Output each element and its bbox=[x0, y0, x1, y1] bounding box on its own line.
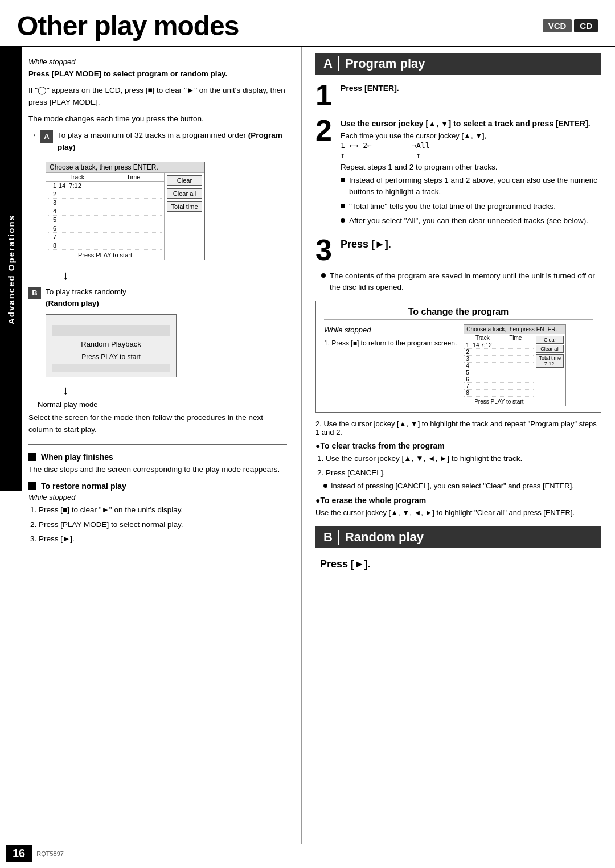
bullet-2-text: "Total time" tells you the total time of… bbox=[349, 201, 556, 212]
arrow-down-b: ↓ bbox=[63, 383, 287, 398]
press-play-mode-text: Press [PLAY MODE] to select program or r… bbox=[28, 68, 287, 80]
repeat-steps-text: Repeat steps 1 and 2 to program other tr… bbox=[341, 163, 601, 171]
table-row: 3 bbox=[464, 356, 534, 363]
list-item: Press [►]. bbox=[39, 533, 287, 545]
table-row: 2 bbox=[464, 349, 534, 356]
cd-badge: CD bbox=[574, 19, 598, 32]
step2b-content: Use the cursor jockey [▲, ▼] to highligh… bbox=[315, 419, 597, 437]
while-stopped-label: While stopped bbox=[28, 57, 287, 66]
mini-right-col: Clear Clear all Total time 7:12. bbox=[534, 334, 565, 406]
normal-play-line bbox=[33, 404, 38, 405]
mode-a-letter: A bbox=[40, 130, 53, 143]
bullet-3: After you select "All", you can then cle… bbox=[341, 215, 601, 227]
press-play-label: Press PLAY to start bbox=[46, 250, 164, 260]
each-time-text: Each time you use the cursor jockey [▲, … bbox=[341, 131, 601, 140]
footer-code: RQT5897 bbox=[36, 850, 64, 857]
when-play-finishes-label: When play finishes bbox=[41, 452, 113, 462]
mode-changes-text: The mode changes each time you press the… bbox=[28, 113, 287, 125]
bullet-dot-2 bbox=[341, 204, 345, 208]
restore-normal-label: To restore normal play bbox=[41, 482, 126, 491]
restore-steps-list: Press [■] to clear "►" on the unit's dis… bbox=[28, 504, 287, 545]
mini-col-track: Track bbox=[466, 335, 499, 341]
step-1-content: Press [ENTER]. bbox=[341, 80, 601, 93]
clear-tracks-bullet: Instead of pressing [CANCEL], you can se… bbox=[323, 482, 601, 490]
list-item: Press [CANCEL]. bbox=[326, 467, 601, 479]
random-box: Random Playback Press PLAY to start bbox=[46, 314, 177, 377]
track-table-header: Choose a track, then press ENTER. bbox=[46, 162, 204, 173]
section-b: B Random play Press [►]. bbox=[315, 526, 601, 570]
mini-total-time-button[interactable]: Total time 7:12. bbox=[536, 354, 564, 368]
mini-left-col: Track Time 114 7:12 2 3 4 5 6 bbox=[464, 334, 534, 406]
mini-clear-button[interactable]: Clear bbox=[536, 336, 564, 344]
arrow-down-a: ↓ bbox=[63, 268, 287, 283]
bullet-2: "Total time" tells you the total time of… bbox=[341, 201, 601, 212]
diagram-line-1: 1 ←→ 2← - - - - →All bbox=[341, 141, 601, 150]
step-1-number: 1 bbox=[315, 80, 337, 110]
mode-a-text: To play a maximum of 32 tracks in a prog… bbox=[58, 130, 287, 154]
table-row: 114 7:12 bbox=[48, 182, 162, 190]
mode-b-bold: (Random play) bbox=[46, 299, 99, 307]
step-2-text: Use the cursor jockey [▲, ▼] to select a… bbox=[341, 119, 591, 128]
clear-all-button[interactable]: Clear all bbox=[167, 188, 202, 199]
clear-tracks-section: ●To clear tracks from the program Use th… bbox=[315, 441, 601, 490]
square-icon bbox=[28, 453, 36, 461]
table-row: 7 bbox=[464, 383, 534, 390]
list-item: Press [■] to clear "►" on the unit's dis… bbox=[39, 504, 287, 516]
divider bbox=[28, 444, 287, 445]
random-box-graphic-bottom bbox=[52, 364, 170, 372]
step-1-row: 1 Press [ENTER]. bbox=[315, 80, 601, 110]
mode-b-text: To play tracks randomly (Random play) bbox=[46, 286, 126, 310]
press-play-mode-bold: Press [PLAY MODE] to select program or r… bbox=[28, 69, 227, 78]
press-return-text: Press [■] to return to the program scree… bbox=[331, 339, 457, 347]
step-3-number: 3 bbox=[315, 235, 337, 265]
page-number: 16 bbox=[6, 845, 32, 862]
when-play-finishes-text: The disc stops and the screen correspond… bbox=[28, 464, 287, 476]
mini-table-cols: Track Time 114 7:12 2 3 4 5 6 bbox=[464, 334, 565, 406]
lcd-info-text: If "◯" appears on the LCD, press [■] to … bbox=[28, 85, 287, 109]
table-row: 4 bbox=[48, 207, 162, 216]
mini-clear-all-button[interactable]: Clear all bbox=[536, 345, 564, 353]
table-row: 2 bbox=[48, 190, 162, 199]
mode-a-label-row: → A To play a maximum of 32 tracks in a … bbox=[28, 130, 287, 154]
step-3-row: 3 Press [►]. bbox=[315, 235, 601, 265]
table-row: 6 bbox=[48, 224, 162, 233]
mini-col-time: Time bbox=[499, 335, 532, 341]
change-program-while-stopped: While stopped bbox=[324, 324, 457, 336]
table-row: 6 bbox=[464, 376, 534, 383]
clear-button[interactable]: Clear bbox=[167, 175, 202, 186]
section-b-letter: B bbox=[323, 530, 339, 545]
page-header: Other play modes VCD CD bbox=[0, 0, 615, 47]
mini-rows: 114 7:12 2 3 4 5 6 7 8 bbox=[464, 342, 534, 397]
bullet-3-text: After you select "All", you can then cle… bbox=[349, 215, 588, 227]
step-3-text: Press [►]. bbox=[341, 238, 391, 250]
total-time-button[interactable]: Total time bbox=[167, 201, 202, 212]
section-a-letter: A bbox=[323, 56, 339, 71]
table-row: 5 bbox=[464, 369, 534, 376]
change-program-text-block: While stopped 1. Press [■] to return to … bbox=[324, 324, 457, 352]
track-left-col: Track Time 114 7:12 2 3 4 5 6 bbox=[46, 173, 165, 260]
table-row: 4 bbox=[464, 363, 534, 369]
random-playback-text: Random Playback bbox=[52, 340, 170, 348]
change-program-content: While stopped 1. Press [■] to return to … bbox=[324, 324, 593, 406]
change-program-step1: 1. Press [■] to return to the program sc… bbox=[324, 338, 457, 349]
vcd-badge: VCD bbox=[543, 19, 572, 32]
restore-while-stopped: While stopped bbox=[28, 493, 287, 501]
col-time-header: Time bbox=[105, 174, 162, 180]
clear-tracks-title: ●To clear tracks from the program bbox=[315, 441, 601, 450]
step2b-num: 2. bbox=[315, 419, 323, 428]
normal-play-label: Normal play mode bbox=[38, 400, 98, 409]
sub-bullet-dot bbox=[323, 484, 327, 488]
random-box-graphic bbox=[52, 325, 170, 336]
table-row: 8 bbox=[464, 390, 534, 397]
track-right-col: Clear Clear all Total time bbox=[165, 173, 204, 260]
mini-col-header: Track Time bbox=[464, 334, 534, 342]
clear-tracks-list: Use the cursor jockey [▲, ▼, ◄, ►] to hi… bbox=[315, 452, 601, 479]
table-row: 7 bbox=[48, 233, 162, 241]
restore-normal-title: To restore normal play bbox=[28, 482, 287, 491]
mini-track-table: Choose a track, then press ENTER. Track … bbox=[464, 324, 566, 406]
mini-press-play: Press PLAY to start bbox=[464, 397, 534, 406]
bullet-1-text: Instead of performing steps 1 and 2 abov… bbox=[349, 175, 601, 198]
select-screen-text: Select the screen for the mode then foll… bbox=[28, 412, 287, 436]
bullet-dot-3 bbox=[341, 218, 345, 223]
table-row: 114 7:12 bbox=[464, 342, 534, 349]
